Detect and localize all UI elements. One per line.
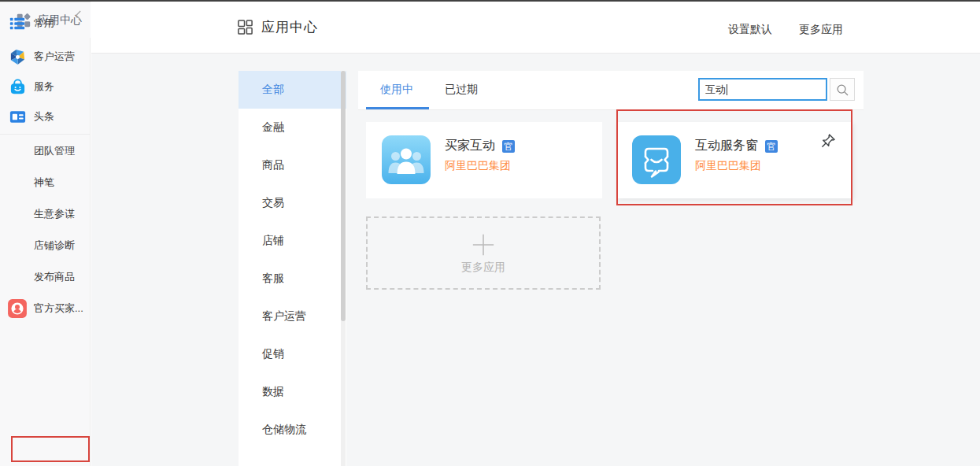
sidebar-item-label: 常用 [34,17,54,31]
app-vendor-link[interactable]: 阿里巴巴集团 [445,159,511,173]
sidebar-item-shengyicanmou[interactable]: 生意参谋 [0,203,91,225]
category-item-customer-ops[interactable]: 客户运营 [239,298,346,335]
sidebar-item-label: 店铺诊断 [34,239,75,253]
shopping-bag-icon [7,76,28,97]
pushpin-icon [819,132,837,150]
search-input-value: 互动 [705,83,726,97]
official-badge: 官 [765,140,778,153]
sidebar-item-label: 官方买家... [34,301,83,316]
sidebar-item-dianpuzhenduan[interactable]: 店铺诊断 [0,235,91,257]
more-apps-tile[interactable]: 更多应用 [366,216,601,290]
search-button[interactable] [830,78,855,101]
category-item-all[interactable]: 全部 [239,71,346,109]
more-apps-tile-label: 更多应用 [461,261,505,275]
service-window-icon [632,135,681,184]
category-item-promotion[interactable]: 促销 [239,335,346,373]
sidebar-item-tuanduiguanli[interactable]: 团队管理 [0,140,91,162]
category-panel: 全部 金融 商品 交易 店铺 客服 客户运营 促销 数据 仓储物流 [239,71,346,466]
app-vendor-link[interactable]: 阿里巴巴集团 [695,159,761,173]
sidebar-item-kehuyunying[interactable]: 客户运营 [0,46,91,68]
sidebar-item-label: 团队管理 [34,144,75,158]
sidebar-item-changyong[interactable]: 常用 [0,13,91,35]
sidebar-item-shenbi[interactable]: 神笔 [0,172,91,194]
pin-button[interactable] [819,132,837,150]
sidebar-item-label: 生意参谋 [34,207,75,221]
sidebar-item-label: 客户运营 [34,50,75,64]
news-card-icon [7,106,28,127]
official-badge: 官 [502,140,515,153]
pinwheel-icon [7,46,28,67]
buyers-interaction-icon [382,135,431,184]
search-input[interactable]: 互动 [698,78,827,101]
sidebar-divider [0,134,91,135]
app-name-row: 互动服务窗 官 [695,138,778,154]
app-window: 常用 客户运营 服务 头条 团队管理 神笔 生意参 [0,0,980,466]
app-card-buyers-interaction[interactable]: 买家互动 官 阿里巴巴集团 [366,122,602,198]
category-item-service[interactable]: 客服 [239,260,346,298]
app-name: 买家互动 [445,138,495,154]
search-icon [835,83,849,97]
sidebar-item-fuwu[interactable]: 服务 [0,76,91,98]
category-item-finance[interactable]: 金融 [239,109,346,146]
grid-outline-icon [237,19,253,35]
set-default-button[interactable]: 设置默认 [728,23,772,37]
category-item-trade[interactable]: 交易 [239,184,346,222]
category-item-shop[interactable]: 店铺 [239,222,346,260]
category-scrollbar-thumb[interactable] [341,71,346,321]
page-header: 应用中心 设置默认 更多应用 [91,2,980,54]
more-apps-button[interactable]: 更多应用 [799,23,843,37]
plus-icon [471,232,496,257]
text-caret [727,84,727,95]
sidebar-item-label: 头条 [34,109,54,124]
content-area: 全部 金融 商品 交易 店铺 客服 客户运营 促销 数据 仓储物流 使用中 已过… [91,54,980,466]
sidebar-item-label: 神笔 [34,176,54,190]
page-title-group: 应用中心 [237,18,318,36]
tab-bar: 使用中 已过期 互动 [358,71,864,110]
active-tab-underline [366,107,429,109]
app-name-row: 买家互动 官 [445,138,515,154]
category-item-logistics[interactable]: 仓储物流 [239,411,346,449]
app-sidebar: 常用 客户运营 服务 头条 团队管理 神笔 生意参 [0,2,91,466]
category-item-goods[interactable]: 商品 [239,146,346,184]
sidebar-item-label: 发布商品 [34,270,75,284]
sidebar-item-fabushangpin[interactable]: 发布商品 [0,266,91,288]
official-buyer-icon [7,298,28,319]
sidebar-item-toutiao[interactable]: 头条 [0,105,91,128]
app-card-service-window[interactable]: 互动服务窗 官 阿里巴巴集团 [616,122,852,198]
tab-in-use[interactable]: 使用中 [380,83,413,97]
list-icon [7,13,28,34]
sidebar-item-guanfangmaijia[interactable]: 官方买家... [0,298,91,320]
sidebar-item-label: 服务 [34,80,54,94]
page-title: 应用中心 [261,18,318,36]
app-name: 互动服务窗 [695,138,758,154]
category-item-data[interactable]: 数据 [239,373,346,411]
tab-expired[interactable]: 已过期 [445,83,478,97]
